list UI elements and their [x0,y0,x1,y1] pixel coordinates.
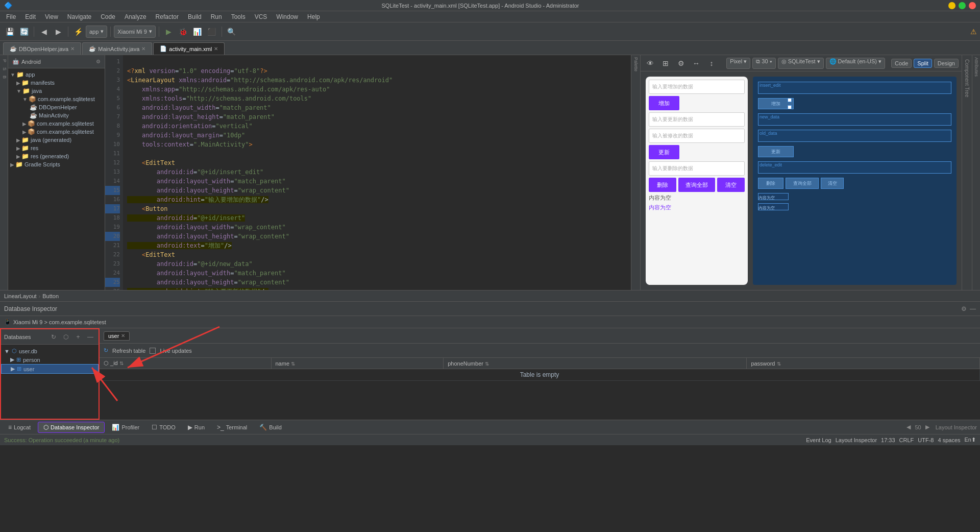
sort-id[interactable]: ⇅ [119,360,124,366]
search-btn[interactable]: 🔍 [225,25,238,38]
breadcrumb-linearlayout[interactable]: LinearLayout [4,293,37,299]
sort-name[interactable]: ⇅ [291,361,295,367]
menu-build[interactable]: Build [184,12,206,21]
tree-manifests[interactable]: ▶ 📁 manifests [8,79,105,87]
config-dropdown[interactable]: ◎ SQLiteTest ▾ [778,58,824,69]
db-settings-icon[interactable]: ⚙ [961,305,967,312]
back-btn[interactable]: ◀ [37,25,51,38]
run-tab[interactable]: ▶ Run [183,422,210,433]
todo-tab[interactable]: ☐ TODO [146,422,181,433]
layout-inspector-btn[interactable]: Layout Inspector [936,424,977,430]
tree-mainactivity[interactable]: ☕ MainActivity [8,111,105,119]
tree-gradle[interactable]: ▶ 📁 Gradle Scripts [8,160,105,168]
layout-inspector-status[interactable]: Layout Inspector [836,437,877,443]
menu-refactor[interactable]: Refactor [152,12,183,21]
refresh-icon[interactable]: ↻ [104,347,108,354]
minimize-btn[interactable] [948,2,955,9]
db-inspector-tab[interactable]: ⬡ Database Inspector [38,422,105,433]
palette-label[interactable]: Palette [633,57,639,71]
col-password-header[interactable]: password ⇅ [747,358,980,369]
tree-package2[interactable]: ▶ 📦 com.example.sqlitetest [8,119,105,128]
bp-handle-2[interactable] [788,105,792,109]
db-add-btn[interactable]: + [73,332,83,342]
split-view-btn[interactable]: Split [914,59,932,68]
menu-edit[interactable]: Edit [21,12,40,21]
component-tree-label[interactable]: Component Tree [964,55,970,102]
tree-java-gen[interactable]: ▶ 📁 java (generated) [8,136,105,144]
terminal-tab[interactable]: >_ Terminal [212,422,252,433]
close-tab-dbopenhelper[interactable]: ✕ [70,46,75,52]
tab-mainactivity[interactable]: ☕ MainActivity.java ✕ [82,42,152,55]
attributes-label[interactable]: Attributes [974,57,979,77]
db-item-person[interactable]: ▶ ⊞ person [1,355,99,364]
tree-package3[interactable]: ▶ 📦 com.example.sqlitetest [8,128,105,136]
preview-btn1[interactable]: 👁 [644,57,657,70]
project-icon[interactable]: P [0,57,8,64]
pagination-prev[interactable]: ◀ [906,424,911,430]
menu-analyze[interactable]: Analyze [120,12,151,21]
db-refresh-btn[interactable]: ↻ [48,332,59,342]
refresh-label[interactable]: Refresh table [112,348,145,354]
db-collapse-btn[interactable]: — [85,332,95,342]
tree-app[interactable]: ▼ 📁 app [8,70,105,79]
tree-res-gen[interactable]: ▶ 📁 res (generated) [8,152,105,160]
debug-btn[interactable]: 🐞 [177,25,190,38]
preview-btn4[interactable]: ↔ [690,57,703,70]
event-log-btn[interactable]: Event Log [806,437,831,443]
breadcrumb-button[interactable]: Button [42,293,59,299]
menu-window[interactable]: Window [272,12,302,21]
menu-navigate[interactable]: Navigate [63,12,95,21]
menu-file[interactable]: File [2,12,20,21]
col-name-header[interactable]: name ⇅ [271,358,444,369]
run-btn[interactable]: ▶ [162,25,176,38]
bookmarks-icon[interactable]: B [0,74,8,81]
settings-icon[interactable]: ⚙ [96,59,101,64]
tab-activity-main-xml[interactable]: 📄 activity_main.xml ✕ [153,42,225,55]
menu-vcs[interactable]: VCS [251,12,272,21]
db-tab-user[interactable]: user ✕ [104,331,130,341]
close-btn[interactable] [969,2,976,9]
menu-code[interactable]: Code [96,12,119,21]
tree-package1[interactable]: ▼ 📦 com.example.sqlitetest [8,95,105,103]
profile-btn[interactable]: 📊 [191,25,204,38]
sync-btn[interactable]: 🔄 [17,25,31,38]
window-controls[interactable] [948,2,976,9]
api-dropdown[interactable]: ⧉ 30 ▾ [752,58,775,69]
live-updates-checkbox[interactable] [150,348,156,354]
db-minimize-icon[interactable]: — [970,305,976,312]
close-tab-mainactivity[interactable]: ✕ [141,46,145,52]
menu-run[interactable]: Run [207,12,226,21]
context[interactable]: En⬆ [965,437,976,443]
pixel-dropdown[interactable]: Pixel ▾ [726,58,750,69]
db-item-user[interactable]: ▶ ⊞ user [1,364,99,374]
code-content[interactable]: <?xml version="1.0" encoding="utf-8"?> <… [123,55,631,290]
encoding[interactable]: UTF-8 [918,437,934,443]
bp-handle-1[interactable] [788,98,792,102]
save-btn[interactable]: 💾 [3,25,16,38]
menu-help[interactable]: Help [303,12,324,21]
sort-phone[interactable]: ⇅ [485,361,489,367]
tab-dbopenhelper[interactable]: ☕ DBOpenHelper.java ✕ [3,42,81,55]
sort-password[interactable]: ⇅ [777,361,781,367]
profiler-tab[interactable]: 📊 Profiler [107,422,144,433]
maximize-btn[interactable] [959,2,966,9]
structure-icon[interactable]: S [0,65,8,72]
tree-res[interactable]: ▶ 📁 res [8,144,105,152]
preview-btn5[interactable]: ↕ [705,57,718,70]
close-tab-activity-main[interactable]: ✕ [214,46,218,52]
preview-btn3[interactable]: ⚙ [674,57,688,70]
menu-tools[interactable]: Tools [227,12,250,21]
line-sep[interactable]: CRLF [899,437,914,443]
col-id-header[interactable]: ⬡ _id ⇅ [100,358,271,369]
col-phone-header[interactable]: phoneNumber ⇅ [444,358,747,369]
build-tab[interactable]: 🔨 Build [254,422,286,433]
code-view-btn[interactable]: Code [891,59,912,68]
pagination-next[interactable]: ▶ [925,424,929,430]
tree-dbopenhelper[interactable]: ☕ DBOpenHelper [8,103,105,111]
device-dropdown[interactable]: Xiaomi Mi 9 ▾ [114,26,155,38]
spaces[interactable]: 4 spaces [938,437,961,443]
db-schema-btn[interactable]: ⬡ [61,332,71,342]
locale-dropdown[interactable]: 🌐 Default (en-US) ▾ [826,58,886,69]
preview-btn2[interactable]: ⊞ [659,57,672,70]
logcat-tab[interactable]: ≡ Logcat [3,422,36,433]
